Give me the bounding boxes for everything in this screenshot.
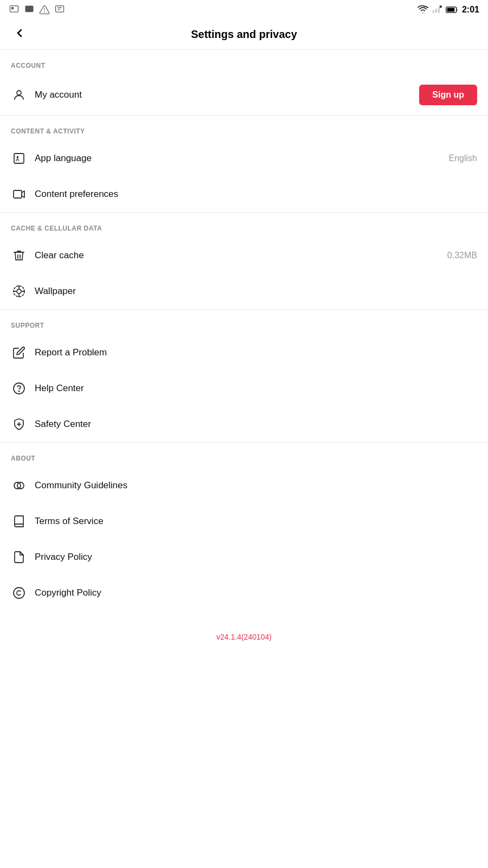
menu-item-my-account[interactable]: My account Sign up [0, 75, 488, 115]
privacy-policy-label: Privacy Policy [35, 552, 477, 563]
version-text: v24.1.4(240104) [0, 611, 488, 652]
language-icon: A [11, 150, 27, 167]
clock: 2:01 [462, 5, 479, 15]
trash-icon [11, 247, 27, 264]
help-circle-icon [11, 380, 27, 397]
edit-icon [11, 344, 27, 361]
back-button[interactable] [11, 24, 28, 45]
person-icon [11, 87, 27, 103]
svg-rect-16 [14, 190, 22, 198]
section-cache: CACHE & CELLULAR DATA Clear cache 0.32MB [0, 213, 488, 310]
menu-item-terms-of-service[interactable]: Terms of Service [0, 503, 488, 539]
section-account: ACCOUNT My account Sign up [0, 50, 488, 116]
menu-item-safety-center[interactable]: Safety Center [0, 406, 488, 442]
svg-point-13 [17, 91, 21, 95]
notif-icon-1 [9, 4, 20, 15]
svg-point-23 [14, 383, 24, 394]
community-guidelines-label: Community Guidelines [35, 480, 477, 491]
copyright-icon [11, 585, 27, 601]
notif-icon-4 [54, 4, 65, 15]
section-label-account: ACCOUNT [0, 50, 488, 75]
svg-rect-12 [447, 8, 455, 12]
svg-rect-8 [438, 8, 440, 13]
book-icon [11, 513, 27, 529]
menu-item-app-language[interactable]: A App language English [0, 141, 488, 176]
safety-center-label: Safety Center [35, 419, 477, 430]
my-account-label: My account [35, 90, 419, 100]
section-label-cache: CACHE & CELLULAR DATA [0, 213, 488, 238]
signup-button[interactable]: Sign up [419, 85, 477, 105]
settings-content: ACCOUNT My account Sign up CONTENT & ACT… [0, 50, 488, 652]
notif-icon-3 [39, 4, 50, 15]
terms-of-service-label: Terms of Service [35, 516, 477, 527]
svg-point-29 [14, 588, 24, 598]
section-about: ABOUT Community Guidelines Terms of Serv… [0, 443, 488, 611]
help-center-label: Help Center [35, 383, 477, 394]
menu-item-copyright-policy[interactable]: Copyright Policy [0, 575, 488, 611]
wallpaper-label: Wallpaper [35, 286, 477, 297]
section-label-about: ABOUT [0, 443, 488, 468]
circles-icon [11, 477, 27, 494]
report-problem-label: Report a Problem [35, 347, 477, 358]
menu-item-community-guidelines[interactable]: Community Guidelines [0, 468, 488, 503]
svg-rect-7 [435, 9, 437, 12]
clear-cache-value: 0.32MB [447, 251, 477, 260]
app-language-value: English [449, 154, 477, 163]
section-label-support: SUPPORT [0, 310, 488, 335]
wifi-icon [418, 5, 428, 14]
section-content-activity: CONTENT & ACTIVITY A App language Englis… [0, 116, 488, 213]
section-label-content: CONTENT & ACTIVITY [0, 116, 488, 141]
svg-point-4 [44, 11, 45, 12]
svg-rect-0 [10, 6, 18, 12]
signal-icon [432, 5, 442, 14]
svg-text:A: A [16, 157, 20, 162]
copyright-policy-label: Copyright Policy [35, 588, 477, 598]
menu-item-report-problem[interactable]: Report a Problem [0, 335, 488, 371]
svg-rect-5 [56, 6, 64, 12]
svg-rect-6 [433, 10, 434, 13]
section-support: SUPPORT Report a Problem Help Center [0, 310, 488, 443]
battery-icon [446, 6, 459, 14]
status-bar-left [9, 4, 65, 15]
menu-item-help-center[interactable]: Help Center [0, 371, 488, 406]
svg-rect-2 [25, 6, 34, 12]
app-language-label: App language [35, 153, 449, 164]
status-bar-right: 2:01 [418, 5, 479, 15]
video-icon [11, 186, 27, 202]
menu-item-wallpaper[interactable]: Wallpaper [0, 273, 488, 309]
clear-cache-label: Clear cache [35, 250, 447, 261]
file-icon [11, 549, 27, 565]
wallpaper-icon [11, 283, 27, 299]
menu-item-content-preferences[interactable]: Content preferences [0, 176, 488, 212]
content-preferences-label: Content preferences [35, 189, 477, 200]
svg-rect-1 [11, 7, 14, 9]
page-title: Settings and privacy [191, 28, 297, 41]
notif-icon-2 [24, 4, 35, 15]
menu-item-privacy-policy[interactable]: Privacy Policy [0, 539, 488, 575]
shield-plus-icon [11, 416, 27, 432]
status-bar: 2:01 [0, 0, 488, 20]
svg-point-18 [17, 289, 21, 293]
menu-item-clear-cache[interactable]: Clear cache 0.32MB [0, 238, 488, 273]
header: Settings and privacy [0, 20, 488, 50]
